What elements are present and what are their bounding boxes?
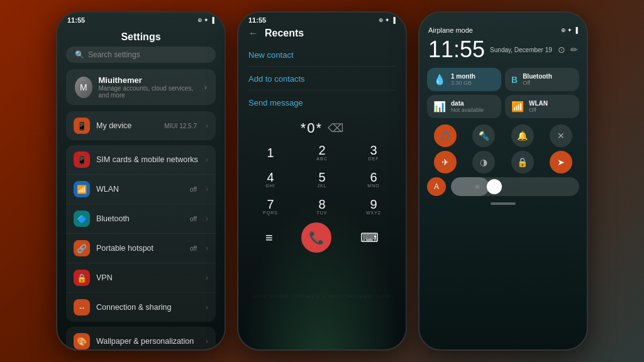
wlan-tile-icon: 📶 xyxy=(511,101,524,112)
qs-profile-btn[interactable]: A xyxy=(427,177,446,196)
phone-quick-settings: Airplane mode ⊕ ✦ ▐ 11:55 Sunday, Decemb… xyxy=(418,11,588,351)
dial-bottom-row: ≡ 📞 ⌨ xyxy=(238,220,406,259)
settings-screen: Settings 🔍 Search settings M Miuithemer … xyxy=(57,13,225,349)
bluetooth-status: off xyxy=(190,216,197,222)
connection-sharing-item[interactable]: ↔ Connection & sharing › xyxy=(66,293,216,322)
search-icon: 🔍 xyxy=(75,50,84,59)
data-sub: 3.30 GB xyxy=(451,80,475,86)
send-message-action[interactable]: Send message xyxy=(248,92,396,114)
dial-key-4[interactable]: 4GHI xyxy=(245,166,296,193)
bluetooth-item[interactable]: 🔷 Bluetooth off › xyxy=(66,204,216,234)
my-device-item[interactable]: 📱 My device MIUI 12.5.7 › xyxy=(66,111,216,140)
bt-title: Bluetooth xyxy=(523,73,552,80)
dialer-grid: 1 2ABC 3DEF 4GHI 5JKL 6MNO 7PQRS 8TUV 9W… xyxy=(238,139,406,220)
qs-clock-row: 11:55 Sunday, December 19 ⊙ ✏ xyxy=(419,34,587,65)
chevron-right-icon: › xyxy=(206,185,208,194)
dial-key-2[interactable]: 2ABC xyxy=(296,139,348,166)
settings-title: Settings xyxy=(57,26,225,47)
brightness-knob xyxy=(487,179,502,194)
wlan-tile-sub: Off xyxy=(529,107,548,113)
dial-key-3[interactable]: 3DEF xyxy=(348,139,399,166)
qs-notification-btn[interactable]: 🔔 xyxy=(511,124,534,147)
recents-actions: New contact Add to contacts Send message xyxy=(238,44,406,114)
qs-lock-btn[interactable]: 🔒 xyxy=(511,151,534,173)
hotspot-item[interactable]: 🔗 Portable hotspot off › xyxy=(66,234,216,263)
qs-brightness-slider[interactable]: ☀ xyxy=(451,177,579,196)
qs-tile-bluetooth[interactable]: B Bluetooth Off xyxy=(505,68,579,91)
qs-tile-mobile-data[interactable]: 📊 data Not available xyxy=(427,95,501,118)
settings-account[interactable]: M Miuithemer Manage accounts, cloud serv… xyxy=(66,69,216,105)
network-settings-group: 📱 SIM cards & mobile networks › 📶 WLAN o… xyxy=(66,145,216,322)
chevron-right-icon: › xyxy=(206,155,208,164)
dial-menu-icon[interactable]: ≡ xyxy=(253,226,286,250)
bt-tile-info: Bluetooth Off xyxy=(523,73,552,86)
qs-airplane-btn[interactable]: ✈ xyxy=(434,151,457,173)
qs-tile-wlan[interactable]: 📶 WLAN Off xyxy=(505,95,579,118)
status-icons-2: ⊕ ✦ ▐ xyxy=(379,17,396,23)
data-title: 1 month xyxy=(451,73,475,80)
qs-actions-row-2: ✈ ◑ 🔒 ➤ xyxy=(419,150,587,175)
dial-key-1[interactable]: 1 xyxy=(245,139,296,166)
sim-networks-item[interactable]: 📱 SIM cards & mobile networks › xyxy=(66,145,216,175)
vpn-item[interactable]: 🔒 VPN › xyxy=(66,263,216,293)
account-info: Miuithemer Manage accounts, cloud servic… xyxy=(99,75,198,99)
dial-keyboard-icon[interactable]: ⌨ xyxy=(348,225,391,250)
hotspot-icon: 🔗 xyxy=(74,240,90,256)
qs-clock-actions: ⊙ ✏ xyxy=(558,45,578,55)
nav-indicator xyxy=(491,202,516,205)
qs-nav-bar xyxy=(419,199,587,207)
data-tile-info: 1 month 3.30 GB xyxy=(451,73,475,86)
chevron-right-icon: › xyxy=(206,244,208,253)
qs-status-icons: ⊕ ✦ ▐ xyxy=(561,27,578,33)
mobile-data-title: data xyxy=(451,100,484,107)
status-bar-2: 11:55 ⊕ ✦ ▐ xyxy=(238,13,406,26)
qs-brightness-btn[interactable]: ◑ xyxy=(472,151,495,173)
connection-label: Connection & sharing xyxy=(96,303,172,312)
wallpaper-label: Wallpaper & personalization xyxy=(96,337,194,346)
device-icon: 📱 xyxy=(74,118,90,134)
status-time-2: 11:55 xyxy=(248,16,266,24)
hotspot-label: Portable hotspot xyxy=(96,244,153,253)
qs-vibrate-btn[interactable]: 🎵 xyxy=(434,124,457,147)
add-to-contacts-action[interactable]: Add to contacts xyxy=(248,68,396,90)
call-button[interactable]: 📞 xyxy=(301,222,331,253)
wallpaper-item[interactable]: 🎨 Wallpaper & personalization › xyxy=(66,327,216,349)
dialer-area: FOR MORE THEMES • MIUITHEMER.COM *0* ⌫ 1… xyxy=(238,114,406,349)
wlan-item[interactable]: 📶 WLAN off › xyxy=(66,175,216,204)
sim-icon: 📱 xyxy=(74,151,90,168)
qs-tiles-grid: 💧 1 month 3.30 GB B Bluetooth Off 📊 data… xyxy=(419,65,587,122)
qs-tile-data[interactable]: 💧 1 month 3.30 GB xyxy=(427,68,501,91)
dial-key-5[interactable]: 5JKL xyxy=(296,166,348,193)
avatar: M xyxy=(75,77,92,98)
wlan-tile-title: WLAN xyxy=(529,100,548,107)
recents-title: Recents xyxy=(265,28,304,39)
device-badge: MIUI 12.5.7 xyxy=(164,123,197,129)
qs-extra-btn[interactable]: ✕ xyxy=(550,124,572,147)
qs-actions-row-1: 🎵 🔦 🔔 ✕ xyxy=(419,122,587,150)
clock-alarm-icon[interactable]: ⊙ xyxy=(558,45,565,55)
qs-flashlight-btn[interactable]: 🔦 xyxy=(472,124,495,147)
qs-location-btn[interactable]: ➤ xyxy=(550,151,572,173)
wlan-label: WLAN xyxy=(96,185,119,194)
data-icon: 💧 xyxy=(433,74,446,85)
display-settings-group: 🎨 Wallpaper & personalization › 🖥 Always… xyxy=(66,327,216,349)
qs-date-block: Sunday, December 19 xyxy=(490,47,552,53)
new-contact-action[interactable]: New contact xyxy=(248,44,396,67)
settings-search[interactable]: 🔍 Search settings xyxy=(66,47,216,63)
phone-settings: 11:55 ⊕ ✦ ▐ Settings 🔍 Search settings M… xyxy=(56,11,226,351)
dial-key-8[interactable]: 8TUV xyxy=(296,193,348,220)
dial-key-7[interactable]: 7PQRS xyxy=(245,193,296,220)
chevron-right-icon: › xyxy=(204,83,207,92)
chevron-right-icon: › xyxy=(206,273,208,282)
mobile-data-info: data Not available xyxy=(451,100,484,113)
dial-key-6[interactable]: 6MNO xyxy=(348,166,399,193)
backspace-icon[interactable]: ⌫ xyxy=(328,121,343,135)
status-icons-1: ⊕ ✦ ▐ xyxy=(197,17,214,23)
clock-edit-icon[interactable]: ✏ xyxy=(570,45,578,55)
dial-key-9[interactable]: 9WXYZ xyxy=(348,193,399,220)
dialer-number: *0* xyxy=(301,120,323,136)
phone-dialer: 11:55 ⊕ ✦ ▐ ← Recents New contact Add to… xyxy=(237,11,407,351)
wallpaper-icon: 🎨 xyxy=(74,333,90,349)
back-button[interactable]: ← xyxy=(248,28,258,39)
device-label: My device xyxy=(96,121,131,130)
